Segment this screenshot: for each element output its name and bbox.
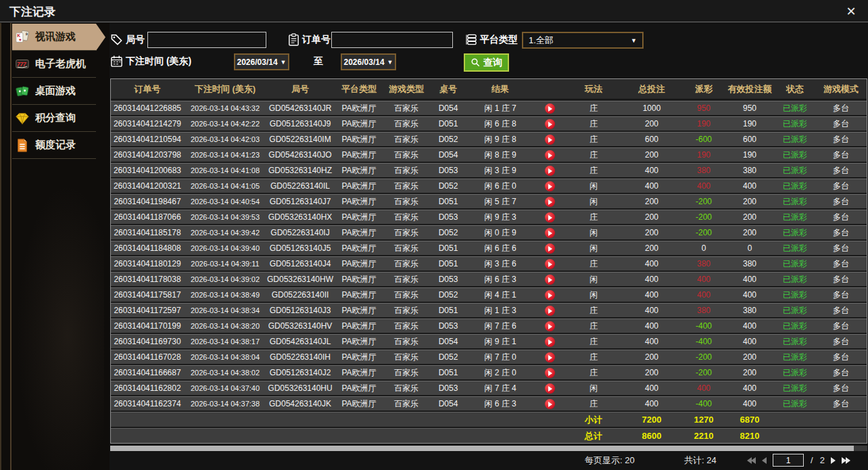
search-icon: [471, 57, 481, 68]
left-arrow-icon: [762, 457, 767, 464]
cell-table-id: D054: [429, 334, 468, 348]
cell-bet-time: 2026-03-14 04:38:49: [184, 287, 266, 302]
date-to-select[interactable]: 2026/03/14 ▼: [341, 53, 396, 70]
cell-game-mode: 多台: [815, 163, 867, 177]
cell-valid-bet: 400: [725, 272, 775, 286]
cell-table-id: D053: [429, 272, 468, 286]
cell-result: 闲 3 庄 9: [468, 163, 533, 177]
cell-game-type: 百家乐: [384, 116, 429, 131]
cell-order-id: 260314041162374: [111, 396, 184, 410]
play-icon: [548, 122, 552, 127]
grand-total-valid-bet: 8210: [725, 428, 775, 443]
cell-platform: PA欧洲厅: [334, 225, 384, 239]
sidebar-item-label: 额度记录: [35, 139, 76, 151]
cell-table-id: D054: [429, 101, 468, 115]
play-video-button[interactable]: [545, 275, 555, 285]
cell-bet-time: 2026-03-14 04:42:03: [184, 132, 266, 146]
cell-bet-time: 2026-03-14 04:39:42: [184, 225, 266, 239]
subtotal-total-bet: 7200: [621, 412, 683, 427]
cell-round-id: GD053263140HW: [266, 272, 334, 286]
prev-page-button[interactable]: [762, 457, 767, 464]
cell-valid-bet: 400: [725, 179, 775, 193]
cell-replay: [533, 287, 566, 302]
close-icon[interactable]: ✕: [844, 4, 859, 19]
cell-valid-bet: 400: [725, 334, 775, 348]
cell-game-mode: 多台: [815, 194, 867, 208]
sidebar-item-credit-records[interactable]: 额度记录: [12, 132, 96, 159]
cell-result: 闲 6 庄 0: [468, 179, 533, 193]
cell-play: 庄: [566, 256, 621, 271]
horizontal-scrollbar-track[interactable]: [110, 446, 867, 451]
cell-table-id: D051: [429, 303, 468, 317]
cell-platform: PA欧洲厅: [334, 396, 384, 410]
play-video-button[interactable]: [545, 119, 555, 129]
cell-game-type: 百家乐: [384, 241, 429, 255]
first-page-button[interactable]: [747, 457, 756, 464]
cell-status: 已派彩: [775, 381, 815, 395]
cell-game-mode: 多台: [815, 334, 867, 348]
cell-status: 已派彩: [775, 303, 815, 317]
cell-play: 庄: [566, 334, 621, 348]
subtotal-valid-bet: 6870: [725, 412, 775, 427]
sidebar-item-video-games[interactable]: 9 K ♥ 视讯游戏: [12, 24, 96, 51]
cell-bet-time: 2026-03-14 04:39:40: [184, 241, 266, 255]
date-from-select[interactable]: 2026/03/14 ▼: [234, 53, 289, 70]
play-video-button[interactable]: [545, 399, 555, 409]
document-icon: [15, 138, 30, 153]
cell-order-id: 260314041187066: [111, 210, 184, 224]
play-video-button[interactable]: [545, 290, 555, 300]
column-header: 状态: [775, 79, 815, 99]
cell-payout: -600: [683, 132, 725, 146]
play-icon: [548, 106, 552, 112]
play-video-button[interactable]: [545, 212, 555, 222]
play-video-button[interactable]: [545, 197, 555, 207]
play-video-button[interactable]: [545, 228, 555, 238]
play-video-button[interactable]: [545, 103, 555, 114]
background-edge-line: [10, 23, 11, 470]
play-video-button[interactable]: [545, 150, 555, 160]
sidebar-item-slot-machines[interactable]: 777 电子老虎机: [12, 51, 96, 78]
play-video-button[interactable]: [545, 259, 555, 269]
play-video-button[interactable]: [545, 352, 555, 362]
chevron-down-icon: ▼: [281, 59, 287, 66]
page-number-input[interactable]: 1: [773, 454, 804, 467]
round-id-input[interactable]: [147, 32, 266, 48]
play-video-button[interactable]: [545, 321, 555, 331]
table-games-icon: [15, 84, 30, 99]
play-video-button[interactable]: [545, 181, 555, 191]
cell-payout: -200: [683, 350, 725, 364]
next-page-button[interactable]: [831, 457, 836, 464]
cell-result: 闲 7 庄 6: [468, 319, 533, 333]
cell-round-id: GD051263140J2: [266, 365, 334, 379]
cell-replay: [533, 179, 566, 193]
sidebar-item-table-games[interactable]: 桌面游戏: [12, 78, 96, 105]
play-video-button[interactable]: [545, 368, 555, 378]
play-video-button[interactable]: [545, 166, 555, 176]
play-video-button[interactable]: [545, 243, 555, 254]
cell-result: 闲 9 庄 1: [468, 334, 533, 348]
cell-valid-bet: 950: [725, 101, 775, 115]
cell-replay: [533, 147, 566, 162]
play-video-button[interactable]: [545, 135, 555, 145]
cell-result: 闲 0 庄 9: [468, 225, 533, 239]
horizontal-scrollbar-thumb[interactable]: [110, 446, 854, 451]
cell-result: 闲 6 庄 3: [468, 272, 533, 286]
last-page-button[interactable]: [842, 457, 850, 464]
play-video-button[interactable]: [545, 383, 555, 394]
cell-total-bet: 400: [621, 381, 683, 395]
column-header: 游戏类型: [384, 79, 429, 99]
cell-game-type: 百家乐: [384, 194, 429, 208]
sidebar-item-points-query[interactable]: 积分查询: [12, 105, 96, 132]
search-button[interactable]: 查询: [464, 53, 509, 72]
cell-valid-bet: 600: [725, 132, 775, 146]
platform-type-select[interactable]: 1.全部 ▼: [522, 32, 644, 49]
cell-platform: PA欧洲厅: [334, 319, 384, 333]
cell-payout: 380: [683, 256, 725, 271]
play-video-button[interactable]: [545, 306, 555, 316]
chevron-down-icon: ▼: [631, 37, 637, 44]
play-icon: [548, 168, 552, 174]
cell-valid-bet: 190: [725, 147, 775, 162]
play-video-button[interactable]: [545, 337, 555, 347]
cell-game-mode: 多台: [815, 272, 867, 286]
order-id-input[interactable]: [331, 32, 453, 48]
